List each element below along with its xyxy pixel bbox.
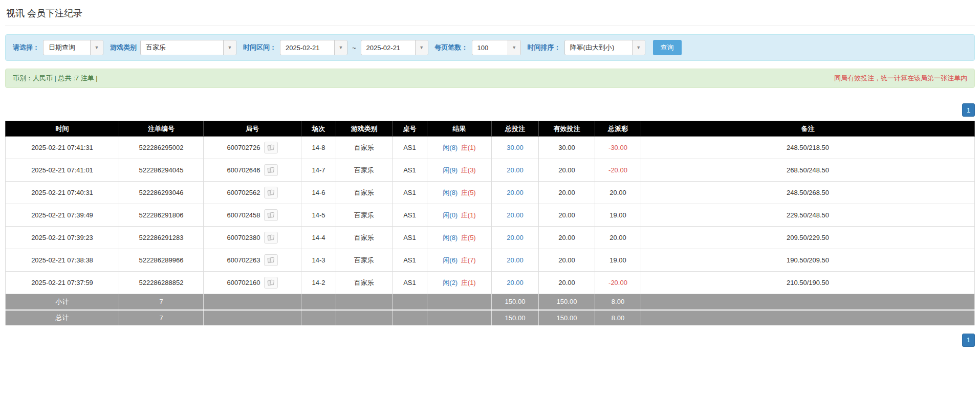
notice-text: 同局有效投注，统一计算在该局第一张注单内: [834, 74, 967, 83]
cell-payout: -20.00: [595, 159, 641, 182]
table-row: 2025-02-21 07:38:38 522286289966 6007022…: [6, 249, 975, 272]
cell-bet-id: 522286293046: [119, 182, 204, 204]
view-cards-button[interactable]: [264, 209, 278, 221]
total-payout: 8.00: [595, 310, 641, 326]
view-cards-button[interactable]: [264, 254, 278, 266]
cell-remark: 210.50/190.50: [641, 272, 975, 294]
cell-session: 14-7: [301, 159, 336, 182]
page-number-button[interactable]: 1: [962, 334, 975, 347]
currency-summary: 币别：人民币 | 总共 :7 注单 |: [13, 74, 98, 83]
page-title: 视讯 会员下注纪录: [5, 4, 975, 26]
total-label: 总计: [6, 310, 119, 326]
total-bet-link[interactable]: 20.00: [507, 211, 524, 219]
page-number-button[interactable]: 1: [962, 103, 975, 117]
sort-select[interactable]: 降幂(由大到小) ▼: [564, 40, 645, 55]
round-number: 600702458: [227, 211, 260, 219]
cards-icon: [267, 234, 275, 241]
chevron-down-icon[interactable]: ▼: [632, 40, 645, 55]
per-page-value: 100: [472, 40, 508, 55]
cell-time: 2025-02-21 07:41:31: [6, 137, 119, 159]
result-banker: 庄(1): [461, 279, 476, 286]
round-number: 600702160: [227, 279, 260, 286]
table-row: 2025-02-21 07:39:23 522286291283 6007023…: [6, 227, 975, 249]
col-header-payout: 总派彩: [595, 121, 641, 137]
result-player: 闲(8): [443, 234, 458, 241]
cell-round: 600702263: [204, 249, 301, 272]
total-row: 总计 7 150.00 150.00 8.00: [6, 310, 975, 326]
chevron-down-icon[interactable]: ▼: [508, 40, 520, 55]
cell-round: 600702646: [204, 159, 301, 182]
per-page-select[interactable]: 100 ▼: [472, 40, 521, 55]
table-row: 2025-02-21 07:41:31 522286295002 6007027…: [6, 137, 975, 159]
chevron-down-icon[interactable]: ▼: [90, 40, 103, 55]
cell-time: 2025-02-21 07:40:31: [6, 182, 119, 204]
total-bet-link[interactable]: 20.00: [507, 279, 524, 286]
view-cards-button[interactable]: [264, 277, 278, 289]
cell-table: AS1: [393, 227, 427, 249]
subtotal-total-bet: 150.00: [492, 294, 539, 310]
cell-round: 600702562: [204, 182, 301, 204]
view-cards-button[interactable]: [264, 232, 278, 244]
cards-icon: [267, 257, 275, 263]
cards-icon: [267, 189, 275, 196]
cell-total-bet: 30.00: [492, 137, 539, 159]
cell-payout: 20.00: [595, 227, 641, 249]
total-bet-link[interactable]: 20.00: [507, 256, 524, 264]
subtotal-count: 7: [119, 294, 204, 310]
date-to-value: 2025-02-21: [361, 40, 415, 55]
col-header-total-bet: 总投注: [492, 121, 539, 137]
cell-table: AS1: [393, 272, 427, 294]
cell-session: 14-4: [301, 227, 336, 249]
cell-game: 百家乐: [336, 182, 393, 204]
cell-result: 闲(9) 庄(3): [427, 159, 492, 182]
result-banker: 庄(7): [461, 256, 476, 264]
result-banker: 庄(1): [461, 144, 476, 151]
chevron-down-icon[interactable]: ▼: [415, 40, 428, 55]
table-header-row: 时间 注单编号 局号 场次 游戏类别 桌号 结果 总投注 有效投注 总派彩 备注: [6, 121, 975, 137]
col-header-bet-id: 注单编号: [119, 121, 204, 137]
cell-valid-bet: 20.00: [539, 182, 595, 204]
total-bet-link[interactable]: 20.00: [507, 234, 524, 241]
cell-game: 百家乐: [336, 159, 393, 182]
cell-remark: 268.50/248.50: [641, 159, 975, 182]
cell-bet-id: 522286291806: [119, 204, 204, 227]
cards-icon: [267, 279, 275, 286]
date-from-select[interactable]: 2025-02-21 ▼: [280, 40, 347, 55]
round-number: 600702263: [227, 256, 260, 264]
cell-remark: 248.50/218.50: [641, 137, 975, 159]
total-bet-link[interactable]: 20.00: [507, 189, 524, 196]
date-to-select[interactable]: 2025-02-21 ▼: [361, 40, 428, 55]
view-cards-button[interactable]: [264, 187, 278, 198]
cell-remark: 229.50/248.50: [641, 204, 975, 227]
info-bar: 币别：人民币 | 总共 :7 注单 | 同局有效投注，统一计算在该局第一张注单内: [5, 69, 975, 88]
cell-remark: 248.50/268.50: [641, 182, 975, 204]
chevron-down-icon[interactable]: ▼: [223, 40, 236, 55]
result-player: 闲(0): [443, 211, 458, 219]
search-button[interactable]: 查询: [653, 40, 682, 55]
cell-session: 14-8: [301, 137, 336, 159]
cell-bet-id: 522286294045: [119, 159, 204, 182]
cell-round: 600702160: [204, 272, 301, 294]
cell-game: 百家乐: [336, 249, 393, 272]
total-valid-bet: 150.00: [539, 310, 595, 326]
game-type-select[interactable]: 百家乐 ▼: [140, 40, 236, 55]
total-bet-link[interactable]: 20.00: [507, 166, 524, 174]
round-number: 600702726: [227, 144, 260, 151]
chevron-down-icon[interactable]: ▼: [334, 40, 347, 55]
cell-table: AS1: [393, 137, 427, 159]
total-bet-link[interactable]: 30.00: [507, 144, 524, 151]
date-range-label: 时间区间：: [243, 43, 276, 52]
round-number: 600702562: [227, 189, 260, 196]
view-cards-button[interactable]: [264, 164, 278, 176]
cards-icon: [267, 212, 275, 218]
query-type-select[interactable]: 日期查询 ▼: [43, 40, 103, 55]
round-number: 600702646: [227, 166, 260, 174]
date-separator: ~: [352, 44, 356, 52]
cell-result: 闲(0) 庄(1): [427, 204, 492, 227]
cell-payout: 19.00: [595, 249, 641, 272]
filter-bar: 请选择： 日期查询 ▼ 游戏类别 百家乐 ▼ 时间区间： 2025-02-21 …: [5, 34, 975, 61]
bet-records-table: 时间 注单编号 局号 场次 游戏类别 桌号 结果 总投注 有效投注 总派彩 备注…: [5, 121, 975, 326]
cell-game: 百家乐: [336, 227, 393, 249]
view-cards-button[interactable]: [264, 142, 278, 153]
cell-result: 闲(8) 庄(1): [427, 137, 492, 159]
